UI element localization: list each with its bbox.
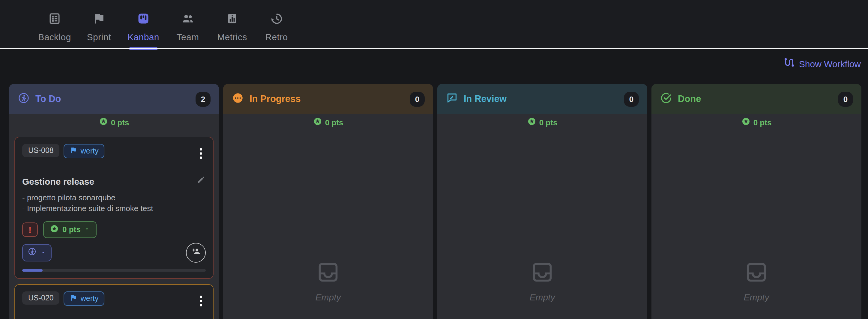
caret-down-icon (84, 225, 90, 234)
inbox-icon (316, 260, 340, 287)
inbox-icon (744, 260, 768, 287)
tab-metrics[interactable]: Metrics (210, 0, 254, 49)
empty-state: Empty (443, 260, 642, 302)
kanban-app: Backlog Sprint (0, 0, 868, 319)
column-todo-body: US-008 werty Gestione release (9, 131, 219, 319)
column-todo: To Do 2 0 pts US-008 (9, 84, 219, 319)
tab-sprint-label: Sprint (87, 32, 111, 42)
column-done-title: Done (678, 94, 701, 104)
tab-kanban-label: Kanban (127, 32, 159, 42)
tab-metrics-label: Metrics (217, 32, 247, 42)
card-description-line: - progetto pilota sonarqube (22, 192, 206, 203)
stars-icon (313, 117, 322, 128)
analytics-icon (225, 12, 239, 28)
column-todo-title: To Do (35, 94, 61, 104)
tag-flag-icon (70, 146, 78, 156)
pending-icon (231, 91, 244, 106)
tab-team-label: Team (177, 32, 199, 42)
card-menu-button[interactable] (196, 294, 206, 308)
story-card-us-020[interactable]: US-020 werty Interventi per ri (14, 284, 214, 319)
run-circle-icon (28, 247, 37, 258)
tab-retro[interactable]: Retro (254, 0, 299, 49)
story-card-us-008[interactable]: US-008 werty Gestione release (14, 137, 214, 279)
column-in-progress-header: In Progress 0 (223, 84, 433, 114)
priority-badge: ! (22, 222, 38, 237)
show-workflow-label: Show Workflow (799, 59, 861, 69)
group-icon (181, 12, 194, 28)
tab-retro-label: Retro (265, 32, 288, 42)
tab-backlog[interactable]: Backlog (32, 0, 77, 49)
column-done-points-label: 0 pts (753, 118, 772, 127)
empty-state: Empty (228, 260, 428, 302)
column-done-points: 0 pts (651, 114, 861, 131)
stars-icon (527, 117, 536, 128)
edit-pencil-icon[interactable] (196, 175, 206, 187)
kanban-board: To Do 2 0 pts US-008 (9, 84, 861, 319)
tab-kanban[interactable]: Kanban (121, 0, 165, 49)
column-in-progress: In Progress 0 0 pts (223, 84, 433, 319)
column-in-review-points: 0 pts (437, 114, 647, 131)
card-progress-bar (22, 269, 206, 272)
empty-state: Empty (657, 260, 856, 302)
epic-tag-label: werty (81, 294, 99, 303)
tab-sprint[interactable]: Sprint (77, 0, 121, 49)
assign-user-button[interactable] (186, 243, 206, 263)
stars-icon (50, 224, 59, 235)
empty-label: Empty (744, 292, 769, 302)
column-in-progress-points-label: 0 pts (325, 118, 343, 127)
tab-team[interactable]: Team (165, 0, 210, 49)
status-dropdown[interactable] (22, 244, 52, 261)
column-in-progress-points: 0 pts (223, 114, 433, 131)
top-nav: Backlog Sprint (0, 0, 868, 49)
card-title: Gestione release (22, 176, 196, 186)
column-todo-count-badge: 2 (195, 91, 211, 106)
card-description-line: - Implementazione suite di smoke test (22, 203, 206, 214)
column-in-progress-title: In Progress (250, 94, 301, 104)
points-dropdown[interactable]: 0 pts (43, 221, 97, 238)
epic-tag-label: werty (81, 147, 99, 155)
show-workflow-button[interactable]: Show Workflow (783, 56, 861, 71)
column-todo-points: 0 pts (9, 114, 219, 131)
tag-flag-icon (70, 294, 78, 304)
run-circle-icon (18, 91, 30, 106)
story-id-chip: US-008 (22, 144, 60, 157)
inbox-icon (530, 260, 554, 287)
column-in-review-points-label: 0 pts (539, 118, 558, 127)
history-icon (270, 12, 283, 28)
task-alt-icon (660, 91, 673, 106)
empty-label: Empty (529, 292, 555, 302)
epic-tag-chip[interactable]: werty (64, 291, 105, 306)
column-in-review-header: In Review 0 (437, 84, 647, 114)
column-in-review-count-badge: 0 (624, 91, 639, 106)
points-label: 0 pts (62, 225, 81, 234)
tab-backlog-label: Backlog (38, 32, 71, 42)
nav-divider (0, 48, 868, 49)
workflow-route-icon (783, 57, 794, 70)
column-todo-points-label: 0 pts (111, 118, 129, 127)
flag-icon (92, 12, 105, 28)
column-done-header: Done 0 (651, 84, 861, 114)
column-done-body: Empty (651, 131, 861, 319)
card-menu-button[interactable] (196, 146, 206, 161)
column-in-review-body: Empty (437, 131, 647, 319)
column-in-progress-count-badge: 0 (410, 91, 425, 106)
person-add-icon (190, 246, 201, 259)
stars-icon (741, 117, 750, 128)
stars-icon (99, 117, 108, 128)
story-id-chip: US-020 (22, 291, 60, 305)
card-description: - progetto pilota sonarqube - Implementa… (22, 192, 206, 214)
column-done-count-badge: 0 (838, 91, 853, 106)
kanban-icon (137, 12, 150, 28)
empty-label: Empty (315, 292, 341, 302)
rate-review-icon (446, 91, 458, 106)
caret-down-icon (40, 247, 46, 258)
nav-tabs: Backlog Sprint (0, 0, 868, 49)
epic-tag-chip[interactable]: werty (64, 144, 105, 158)
card-progress-fill (22, 269, 42, 272)
column-in-progress-body: Empty (223, 131, 433, 319)
column-todo-header: To Do 2 (9, 84, 219, 114)
column-done: Done 0 0 pts (651, 84, 861, 319)
column-in-review-title: In Review (464, 94, 506, 104)
ballot-icon (48, 12, 61, 28)
column-in-review: In Review 0 0 pts (437, 84, 647, 319)
